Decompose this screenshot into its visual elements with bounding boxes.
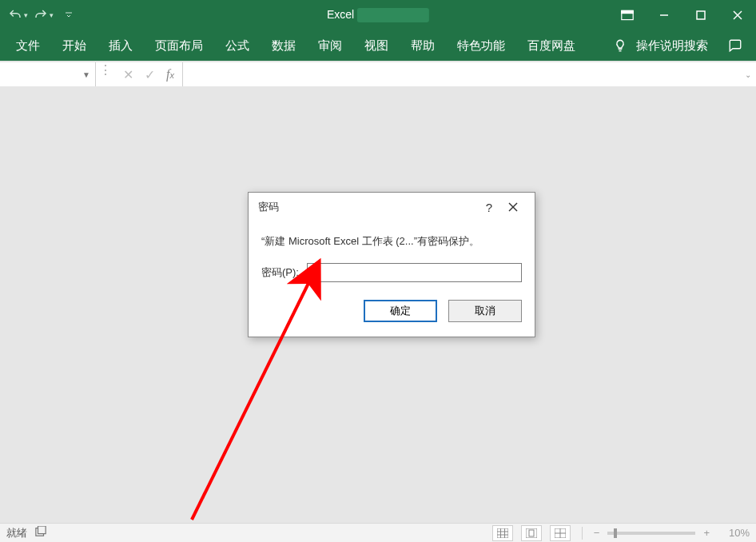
tab-data[interactable]: 数据 [261,32,307,60]
zoom-slider[interactable] [607,532,695,535]
redo-icon [34,8,48,22]
zoom-out-button[interactable]: − [594,527,600,539]
formula-separator: ⋮ [96,62,115,86]
tab-special[interactable]: 特色功能 [446,32,516,60]
tab-formulas[interactable]: 公式 [214,32,261,60]
status-ready: 就绪 [6,526,27,540]
maximize-icon [696,10,706,20]
macro-record-button[interactable] [35,526,46,540]
status-right-group: − + 10% [492,525,750,541]
dialog-title: 密码 [258,200,477,214]
page-layout-view-button[interactable] [521,525,542,541]
zoom-in-button[interactable]: + [703,527,710,539]
tab-help[interactable]: 帮助 [400,32,446,60]
title-masked-area [357,8,429,22]
tell-me-icon-wrap[interactable] [612,38,628,54]
password-dialog: 密码 ? “新建 Microsoft Excel 工作表 (2...”有密码保护… [248,192,535,337]
dialog-message: “新建 Microsoft Excel 工作表 (2...”有密码保护。 [261,234,522,249]
tab-page-layout[interactable]: 页面布局 [144,32,214,60]
chevron-down-icon: ▼ [82,70,90,79]
tab-home[interactable]: 开始 [51,32,97,60]
chevron-down-icon [64,10,74,20]
status-left-group: 就绪 [6,526,46,540]
page-break-icon [555,528,566,538]
dialog-help-button[interactable]: ? [477,195,501,219]
ok-button[interactable]: 确定 [364,300,437,322]
close-button[interactable] [719,0,756,30]
formula-controls: ✕ ✓ fx [115,62,183,86]
ribbon-options-icon [621,10,634,21]
dialog-buttons: 确定 取消 [261,300,522,322]
tab-view[interactable]: 视图 [353,32,400,60]
password-label: 密码(P): [261,265,299,280]
tab-file[interactable]: 文件 [5,32,51,60]
share-button[interactable] [727,38,743,54]
qat-customize-button[interactable] [58,4,80,26]
insert-function-button[interactable]: fx [166,67,174,82]
redo-button[interactable]: ▾ [32,4,54,26]
close-icon [508,202,518,212]
close-icon [733,10,742,20]
tab-baidu[interactable]: 百度网盘 [516,32,587,60]
svg-rect-17 [529,530,534,536]
app-name: Excel [327,8,354,21]
status-divider [582,527,583,540]
formula-bar: ▼ ⋮ ✕ ✓ fx ⌄ [0,61,756,88]
dialog-body: “新建 Microsoft Excel 工作表 (2...”有密码保护。 密码(… [249,221,535,337]
password-input[interactable] [307,263,522,282]
comment-icon [728,38,742,53]
record-icon [35,526,46,537]
undo-icon [8,8,22,22]
undo-button[interactable]: ▾ [6,4,29,26]
normal-view-button[interactable] [492,525,513,541]
window-title: Excel [327,8,429,22]
zoom-percent[interactable]: 10% [718,527,750,539]
svg-rect-11 [497,528,508,538]
minimize-button[interactable] [646,0,682,30]
cancel-button[interactable]: 取消 [448,300,522,322]
svg-rect-1 [622,10,633,13]
ribbon-display-options-button[interactable] [609,0,646,30]
zoom-slider-thumb[interactable] [614,528,617,538]
title-bar: ▾ ▾ Excel [0,0,756,30]
expand-formula-bar-button[interactable]: ⌄ [745,70,751,79]
worksheet-area: 密码 ? “新建 Microsoft Excel 工作表 (2...”有密码保护… [0,88,756,523]
cancel-formula-button[interactable]: ✕ [123,67,133,82]
maximize-button[interactable] [682,0,719,30]
name-box[interactable]: ▼ [0,62,96,86]
tell-me-search[interactable]: 操作说明搜索 [636,32,719,60]
status-bar: 就绪 − + 10% [0,523,756,542]
svg-rect-3 [697,11,705,19]
svg-rect-10 [38,526,46,534]
tab-insert[interactable]: 插入 [97,32,144,60]
lightbulb-icon [613,38,627,53]
password-row: 密码(P): [261,263,522,282]
dialog-close-button[interactable] [501,195,525,219]
window-controls [609,0,756,30]
grid-icon [497,528,508,538]
page-layout-icon [526,528,537,538]
page-break-view-button[interactable] [550,525,571,541]
formula-input[interactable]: ⌄ [183,62,756,86]
enter-formula-button[interactable]: ✓ [145,67,155,82]
ribbon-tabs: 文件 开始 插入 页面布局 公式 数据 审阅 视图 帮助 特色功能 百度网盘 操… [0,30,756,61]
minimize-icon [659,10,669,20]
dialog-title-bar[interactable]: 密码 ? [249,193,535,221]
quick-access-toolbar: ▾ ▾ [0,4,80,26]
tab-review[interactable]: 审阅 [307,32,353,60]
ribbon-right-group: 操作说明搜索 [612,32,751,60]
